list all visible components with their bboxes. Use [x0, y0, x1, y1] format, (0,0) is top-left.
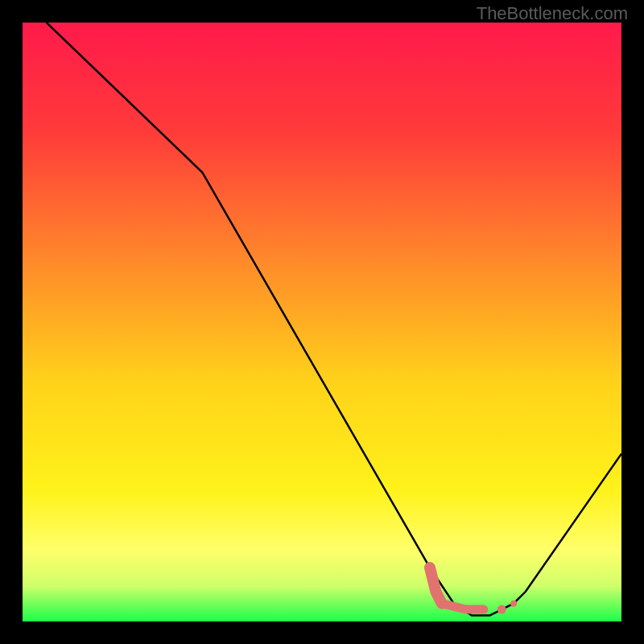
watermark-text: TheBottleneck.com — [477, 3, 628, 24]
marker-group — [430, 568, 517, 614]
bottleneck-curve-path — [47, 23, 621, 616]
curve-layer — [23, 23, 621, 621]
marker-hook — [430, 568, 442, 604]
chart-frame — [23, 23, 621, 621]
marker-flat — [442, 604, 484, 609]
marker-dot — [497, 605, 506, 614]
chart-area — [23, 23, 621, 621]
marker-dot — [510, 601, 517, 607]
